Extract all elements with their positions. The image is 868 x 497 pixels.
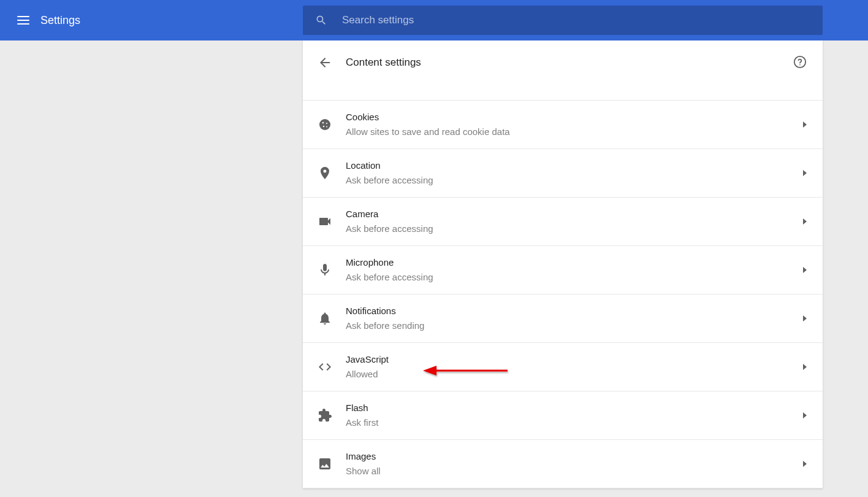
row-title: Cookies: [346, 111, 802, 123]
svg-point-3: [322, 122, 324, 124]
location-icon: [318, 166, 332, 180]
row-text: Location Ask before accessing: [346, 160, 802, 187]
row-cookies[interactable]: Cookies Allow sites to save and read coo…: [303, 100, 823, 148]
settings-list: Cookies Allow sites to save and read coo…: [303, 100, 823, 488]
chevron-right-icon: [802, 170, 808, 176]
svg-point-5: [323, 126, 324, 127]
row-title: Images: [346, 450, 802, 463]
row-location[interactable]: Location Ask before accessing: [303, 148, 823, 197]
menu-button[interactable]: [9, 6, 38, 35]
row-title: Camera: [346, 208, 802, 220]
extension-icon: [318, 408, 332, 423]
chevron-right-icon: [802, 218, 808, 225]
row-subtitle: Ask before accessing: [346, 223, 802, 235]
topbar: Settings: [0, 0, 868, 40]
row-title: Notifications: [346, 305, 802, 317]
row-text: Camera Ask before accessing: [346, 208, 802, 235]
row-title: Flash: [346, 402, 802, 414]
row-microphone[interactable]: Microphone Ask before accessing: [303, 245, 823, 294]
row-text: Flash Ask first: [346, 402, 802, 429]
svg-point-6: [326, 126, 327, 128]
row-images[interactable]: Images Show all: [303, 439, 823, 488]
code-icon: [318, 360, 332, 374]
row-text: Cookies Allow sites to save and read coo…: [346, 111, 802, 138]
row-camera[interactable]: Camera Ask before accessing: [303, 197, 823, 245]
bell-icon: [318, 311, 332, 326]
row-subtitle: Ask before accessing: [346, 271, 802, 283]
help-button[interactable]: [793, 55, 808, 70]
cookie-icon: [318, 117, 332, 132]
search-box[interactable]: [303, 6, 823, 35]
search-icon: [315, 14, 327, 26]
row-subtitle: Ask before sending: [346, 320, 802, 332]
row-subtitle: Ask before accessing: [346, 174, 802, 187]
app-title: Settings: [40, 14, 80, 27]
hamburger-icon: [17, 16, 29, 25]
chevron-right-icon: [802, 121, 808, 128]
back-button[interactable]: [318, 55, 332, 70]
row-javascript[interactable]: JavaScript Allowed: [303, 342, 823, 391]
row-notifications[interactable]: Notifications Ask before sending: [303, 294, 823, 342]
chevron-right-icon: [802, 412, 808, 418]
svg-point-1: [799, 64, 801, 66]
row-text: JavaScript Allowed: [346, 353, 802, 380]
help-icon: [793, 55, 807, 69]
chevron-right-icon: [802, 267, 808, 273]
search-input[interactable]: [342, 14, 810, 26]
chevron-right-icon: [802, 461, 808, 467]
row-title: JavaScript: [346, 353, 802, 366]
row-flash[interactable]: Flash Ask first: [303, 391, 823, 439]
row-subtitle: Ask first: [346, 417, 802, 429]
page-header: Content settings: [303, 40, 823, 85]
microphone-icon: [318, 263, 332, 277]
row-text: Notifications Ask before sending: [346, 305, 802, 332]
chevron-right-icon: [802, 315, 808, 322]
svg-point-4: [326, 123, 327, 124]
camera-icon: [318, 214, 332, 229]
arrow-back-icon: [318, 55, 332, 70]
row-text: Images Show all: [346, 450, 802, 477]
row-subtitle: Allow sites to save and read cookie data: [346, 126, 802, 138]
row-subtitle: Allowed: [346, 368, 802, 380]
row-subtitle: Show all: [346, 465, 802, 477]
image-icon: [318, 457, 332, 471]
content-panel: Content settings Cookies Allow sites to …: [303, 40, 823, 488]
row-title: Microphone: [346, 256, 802, 269]
svg-point-2: [319, 119, 330, 130]
row-text: Microphone Ask before accessing: [346, 256, 802, 283]
page-title: Content settings: [346, 56, 793, 69]
chevron-right-icon: [802, 364, 808, 370]
row-title: Location: [346, 160, 802, 172]
